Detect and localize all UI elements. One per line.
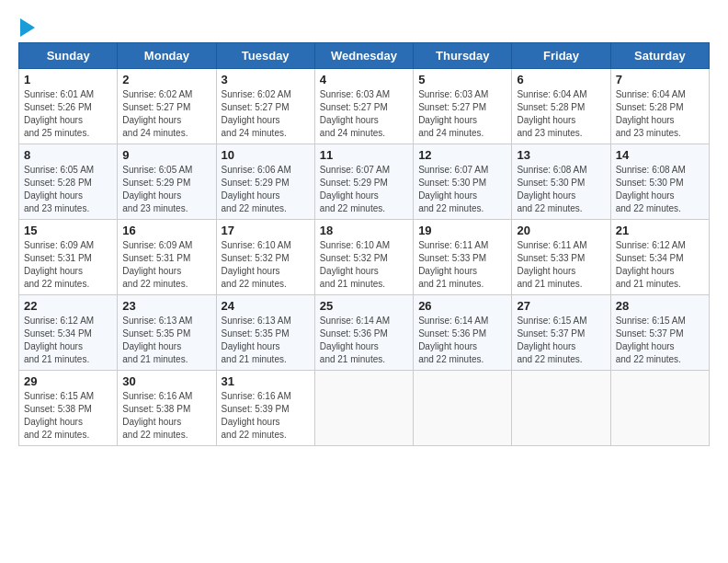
day-number: 23 xyxy=(122,299,210,313)
day-info: Sunrise: 6:09 AM Sunset: 5:31 PM Dayligh… xyxy=(24,239,112,291)
day-number: 9 xyxy=(122,148,210,162)
calendar-cell: 23 Sunrise: 6:13 AM Sunset: 5:35 PM Dayl… xyxy=(118,295,216,371)
calendar-cell: 15 Sunrise: 6:09 AM Sunset: 5:31 PM Dayl… xyxy=(19,220,118,295)
day-number: 3 xyxy=(222,73,310,86)
day-info: Sunrise: 6:11 AM Sunset: 5:33 PM Dayligh… xyxy=(418,239,506,291)
day-number: 26 xyxy=(418,299,506,313)
day-info: Sunrise: 6:10 AM Sunset: 5:32 PM Dayligh… xyxy=(320,239,408,291)
day-number: 22 xyxy=(24,299,112,313)
calendar-cell: 4 Sunrise: 6:03 AM Sunset: 5:27 PM Dayli… xyxy=(314,69,413,144)
calendar-cell: 30 Sunrise: 6:16 AM Sunset: 5:38 PM Dayl… xyxy=(118,371,216,446)
day-number: 17 xyxy=(222,224,310,237)
day-number: 8 xyxy=(24,148,112,162)
calendar-cell: 9 Sunrise: 6:05 AM Sunset: 5:29 PM Dayli… xyxy=(118,144,216,220)
weekday-header-saturday: Saturday xyxy=(610,43,709,69)
day-number: 16 xyxy=(122,224,210,237)
day-info: Sunrise: 6:06 AM Sunset: 5:29 PM Dayligh… xyxy=(222,164,310,215)
day-info: Sunrise: 6:09 AM Sunset: 5:31 PM Dayligh… xyxy=(122,239,210,291)
day-info: Sunrise: 6:03 AM Sunset: 5:27 PM Dayligh… xyxy=(418,88,506,140)
day-info: Sunrise: 6:16 AM Sunset: 5:39 PM Dayligh… xyxy=(222,390,310,442)
weekday-header-thursday: Thursday xyxy=(414,43,512,69)
calendar-cell: 24 Sunrise: 6:13 AM Sunset: 5:35 PM Dayl… xyxy=(216,295,314,371)
day-number: 29 xyxy=(24,374,112,388)
day-info: Sunrise: 6:05 AM Sunset: 5:29 PM Dayligh… xyxy=(122,164,210,215)
calendar-cell: 21 Sunrise: 6:12 AM Sunset: 5:34 PM Dayl… xyxy=(610,220,709,295)
day-info: Sunrise: 6:14 AM Sunset: 5:36 PM Dayligh… xyxy=(418,315,506,366)
page-header xyxy=(18,18,710,37)
logo xyxy=(18,18,35,37)
day-info: Sunrise: 6:12 AM Sunset: 5:34 PM Dayligh… xyxy=(24,315,112,366)
day-info: Sunrise: 6:08 AM Sunset: 5:30 PM Dayligh… xyxy=(517,164,605,215)
calendar-cell: 14 Sunrise: 6:08 AM Sunset: 5:30 PM Dayl… xyxy=(610,144,709,220)
weekday-header-wednesday: Wednesday xyxy=(314,43,413,69)
calendar-cell: 26 Sunrise: 6:14 AM Sunset: 5:36 PM Dayl… xyxy=(414,295,512,371)
day-number: 2 xyxy=(122,73,210,86)
day-info: Sunrise: 6:10 AM Sunset: 5:32 PM Dayligh… xyxy=(222,239,310,291)
day-number: 28 xyxy=(616,299,704,313)
weekday-header-sunday: Sunday xyxy=(19,43,118,69)
day-info: Sunrise: 6:01 AM Sunset: 5:26 PM Dayligh… xyxy=(24,88,112,140)
calendar-cell: 31 Sunrise: 6:16 AM Sunset: 5:39 PM Dayl… xyxy=(216,371,314,446)
day-info: Sunrise: 6:13 AM Sunset: 5:35 PM Dayligh… xyxy=(122,315,210,366)
calendar-cell: 16 Sunrise: 6:09 AM Sunset: 5:31 PM Dayl… xyxy=(118,220,216,295)
day-info: Sunrise: 6:02 AM Sunset: 5:27 PM Dayligh… xyxy=(222,88,310,140)
calendar-cell xyxy=(414,371,512,446)
day-info: Sunrise: 6:15 AM Sunset: 5:38 PM Dayligh… xyxy=(24,390,112,442)
day-info: Sunrise: 6:03 AM Sunset: 5:27 PM Dayligh… xyxy=(320,88,408,140)
day-info: Sunrise: 6:15 AM Sunset: 5:37 PM Dayligh… xyxy=(616,315,704,366)
day-info: Sunrise: 6:08 AM Sunset: 5:30 PM Dayligh… xyxy=(616,164,704,215)
day-info: Sunrise: 6:11 AM Sunset: 5:33 PM Dayligh… xyxy=(517,239,605,291)
calendar-cell: 11 Sunrise: 6:07 AM Sunset: 5:29 PM Dayl… xyxy=(314,144,413,220)
day-info: Sunrise: 6:12 AM Sunset: 5:34 PM Dayligh… xyxy=(616,239,704,291)
calendar-cell: 6 Sunrise: 6:04 AM Sunset: 5:28 PM Dayli… xyxy=(512,69,610,144)
day-number: 31 xyxy=(222,374,310,388)
calendar-cell: 1 Sunrise: 6:01 AM Sunset: 5:26 PM Dayli… xyxy=(19,69,118,144)
weekday-header-friday: Friday xyxy=(512,43,610,69)
calendar-cell: 8 Sunrise: 6:05 AM Sunset: 5:28 PM Dayli… xyxy=(19,144,118,220)
day-number: 7 xyxy=(616,73,704,86)
day-info: Sunrise: 6:04 AM Sunset: 5:28 PM Dayligh… xyxy=(616,88,704,140)
calendar-cell: 29 Sunrise: 6:15 AM Sunset: 5:38 PM Dayl… xyxy=(19,371,118,446)
calendar-cell: 7 Sunrise: 6:04 AM Sunset: 5:28 PM Dayli… xyxy=(610,69,709,144)
day-number: 10 xyxy=(222,148,310,162)
calendar-cell: 5 Sunrise: 6:03 AM Sunset: 5:27 PM Dayli… xyxy=(414,69,512,144)
day-number: 6 xyxy=(517,73,605,86)
weekday-header-monday: Monday xyxy=(118,43,216,69)
calendar-cell: 10 Sunrise: 6:06 AM Sunset: 5:29 PM Dayl… xyxy=(216,144,314,220)
day-number: 21 xyxy=(616,224,704,237)
day-info: Sunrise: 6:07 AM Sunset: 5:30 PM Dayligh… xyxy=(418,164,506,215)
calendar-cell: 20 Sunrise: 6:11 AM Sunset: 5:33 PM Dayl… xyxy=(512,220,610,295)
day-info: Sunrise: 6:14 AM Sunset: 5:36 PM Dayligh… xyxy=(320,315,408,366)
day-number: 1 xyxy=(24,73,112,86)
calendar-week-4: 22 Sunrise: 6:12 AM Sunset: 5:34 PM Dayl… xyxy=(19,295,710,371)
calendar-cell: 27 Sunrise: 6:15 AM Sunset: 5:37 PM Dayl… xyxy=(512,295,610,371)
day-number: 24 xyxy=(222,299,310,313)
day-number: 5 xyxy=(418,73,506,86)
day-number: 12 xyxy=(418,148,506,162)
day-number: 15 xyxy=(24,224,112,237)
day-number: 11 xyxy=(320,148,408,162)
calendar-cell xyxy=(610,371,709,446)
calendar-week-1: 1 Sunrise: 6:01 AM Sunset: 5:26 PM Dayli… xyxy=(19,69,710,144)
day-info: Sunrise: 6:02 AM Sunset: 5:27 PM Dayligh… xyxy=(122,88,210,140)
day-number: 19 xyxy=(418,224,506,237)
day-number: 18 xyxy=(320,224,408,237)
calendar-week-3: 15 Sunrise: 6:09 AM Sunset: 5:31 PM Dayl… xyxy=(19,220,710,295)
day-number: 27 xyxy=(517,299,605,313)
calendar-cell: 28 Sunrise: 6:15 AM Sunset: 5:37 PM Dayl… xyxy=(610,295,709,371)
day-number: 20 xyxy=(517,224,605,237)
calendar-cell: 13 Sunrise: 6:08 AM Sunset: 5:30 PM Dayl… xyxy=(512,144,610,220)
calendar-week-5: 29 Sunrise: 6:15 AM Sunset: 5:38 PM Dayl… xyxy=(19,371,710,446)
calendar-cell: 12 Sunrise: 6:07 AM Sunset: 5:30 PM Dayl… xyxy=(414,144,512,220)
day-info: Sunrise: 6:07 AM Sunset: 5:29 PM Dayligh… xyxy=(320,164,408,215)
day-info: Sunrise: 6:05 AM Sunset: 5:28 PM Dayligh… xyxy=(24,164,112,215)
day-number: 13 xyxy=(517,148,605,162)
weekday-header-tuesday: Tuesday xyxy=(216,43,314,69)
calendar-cell: 25 Sunrise: 6:14 AM Sunset: 5:36 PM Dayl… xyxy=(314,295,413,371)
calendar-cell xyxy=(314,371,413,446)
day-number: 14 xyxy=(616,148,704,162)
calendar-cell: 22 Sunrise: 6:12 AM Sunset: 5:34 PM Dayl… xyxy=(19,295,118,371)
calendar-cell: 2 Sunrise: 6:02 AM Sunset: 5:27 PM Dayli… xyxy=(118,69,216,144)
logo-arrow-icon xyxy=(20,18,35,37)
day-info: Sunrise: 6:16 AM Sunset: 5:38 PM Dayligh… xyxy=(122,390,210,442)
